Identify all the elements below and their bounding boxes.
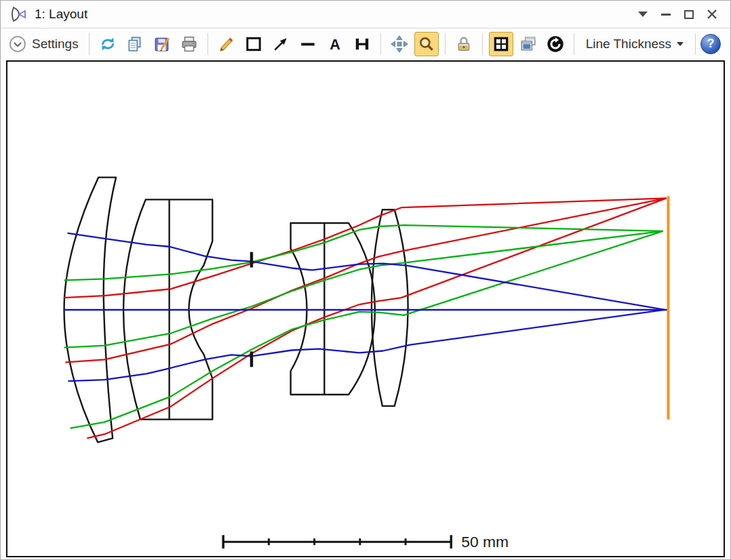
minimize-icon xyxy=(661,14,671,16)
draw-horizontal-line-button[interactable] xyxy=(296,32,320,56)
draw-rectangle-button[interactable] xyxy=(241,32,266,56)
toolbar-separator xyxy=(482,33,483,55)
settings-label: Settings xyxy=(32,37,79,52)
lens-with-arrow-icon xyxy=(9,6,28,22)
text-a-icon: A xyxy=(326,35,344,53)
refresh-arrows-icon xyxy=(99,35,117,53)
question-mark-icon: ? xyxy=(707,37,715,51)
chevron-down-circle-icon xyxy=(9,35,26,53)
lock-button[interactable] xyxy=(452,32,476,56)
floppy-pencil-icon xyxy=(153,35,171,53)
update-button[interactable] xyxy=(96,32,120,56)
clone-window-button[interactable] xyxy=(516,32,540,56)
pencil-icon xyxy=(218,35,235,53)
reset-view-button[interactable] xyxy=(543,32,568,56)
horizontal-line-icon xyxy=(299,35,317,53)
maximize-button[interactable] xyxy=(677,4,700,24)
copy-button[interactable] xyxy=(123,32,147,56)
toolbar-separator xyxy=(89,33,90,55)
close-button[interactable] xyxy=(700,4,724,24)
fit-window-button[interactable] xyxy=(489,32,513,56)
maximize-icon xyxy=(684,10,694,19)
ray-blue-upper xyxy=(67,233,665,310)
window-panes-icon xyxy=(492,35,510,53)
save-button[interactable] xyxy=(150,32,174,56)
title-bar: 1: Layout xyxy=(1,1,730,28)
printer-icon xyxy=(180,35,198,53)
dimension-h-icon xyxy=(353,35,371,53)
arrow-icon xyxy=(272,35,290,53)
minimize-button[interactable] xyxy=(654,4,677,24)
layout-window: 1: Layout Settings xyxy=(0,0,731,560)
help-button[interactable]: ? xyxy=(700,34,721,54)
toolbar-separator xyxy=(208,33,208,55)
ray-green-chief xyxy=(64,231,663,348)
toolbar-separator xyxy=(574,33,574,55)
svg-text:A: A xyxy=(330,35,340,52)
caret-down-icon xyxy=(677,42,684,46)
layout-canvas[interactable]: 50 mm xyxy=(7,62,724,556)
layout-plot-area[interactable]: 50 mm xyxy=(6,60,725,557)
zoom-button[interactable] xyxy=(414,32,439,56)
copy-documents-icon xyxy=(126,35,144,53)
close-icon xyxy=(707,9,717,20)
toolbar-separator xyxy=(695,33,696,55)
ray-blue-lower xyxy=(68,310,665,381)
magnifier-icon xyxy=(418,35,435,53)
print-button[interactable] xyxy=(177,32,201,56)
overlapping-windows-icon xyxy=(519,35,537,53)
toolbar-separator xyxy=(380,33,381,55)
toolbar-separator xyxy=(445,33,446,55)
pan-arrows-icon xyxy=(390,35,409,54)
insert-text-button[interactable]: A xyxy=(323,32,347,56)
reset-circular-arrow-icon xyxy=(546,35,565,54)
toolbar: Settings xyxy=(1,28,730,59)
line-thickness-label: Line Thickness xyxy=(586,37,671,52)
lens-element-4 xyxy=(372,209,408,406)
scale-bar-label: 50 mm xyxy=(461,533,509,551)
window-menu-button[interactable] xyxy=(631,4,654,24)
ray-red-upper xyxy=(64,198,667,298)
draw-line-button[interactable] xyxy=(214,32,239,56)
pan-button[interactable] xyxy=(387,32,412,56)
settings-button[interactable]: Settings xyxy=(6,34,84,54)
padlock-icon xyxy=(455,35,473,53)
line-thickness-dropdown[interactable]: Line Thickness xyxy=(579,35,690,53)
dimension-button[interactable] xyxy=(350,32,374,56)
ray-red-lower xyxy=(87,198,666,438)
caret-down-icon xyxy=(638,12,648,17)
window-title: 1: Layout xyxy=(35,7,87,22)
rectangle-icon xyxy=(245,35,262,53)
draw-arrow-button[interactable] xyxy=(269,32,293,56)
